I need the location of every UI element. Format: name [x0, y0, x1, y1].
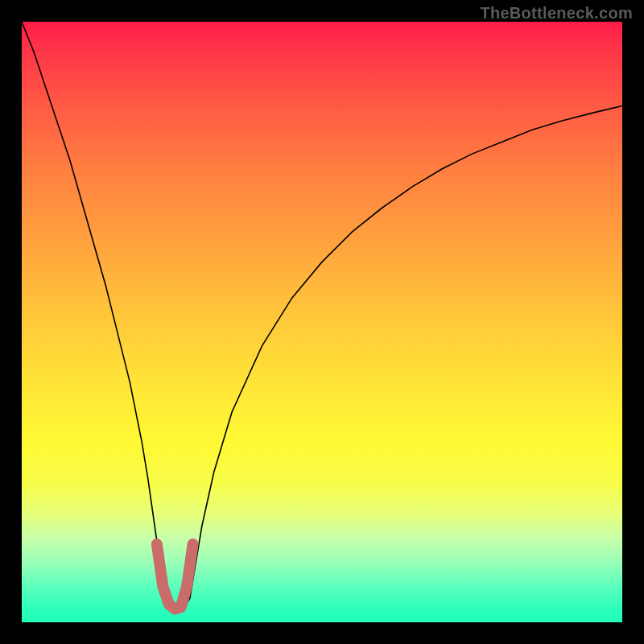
chart-area [22, 22, 622, 622]
main-curve [22, 22, 622, 609]
chart-svg [22, 22, 622, 622]
watermark-text: TheBottleneck.com [480, 4, 633, 23]
highlight-segment [157, 544, 193, 609]
